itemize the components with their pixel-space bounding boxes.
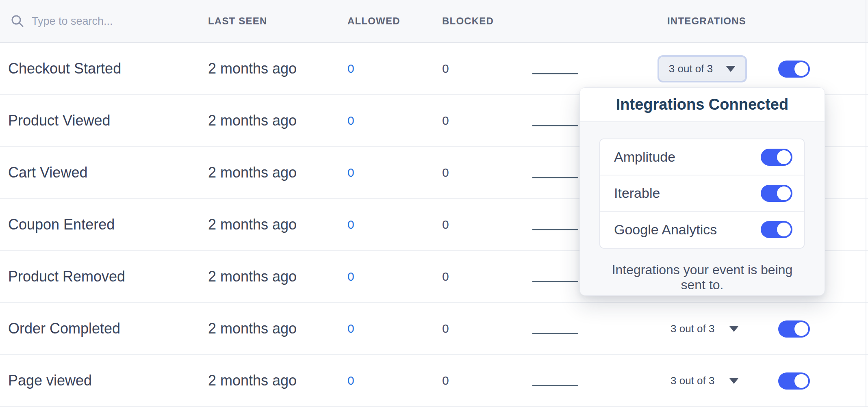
integration-label: Amplitude	[614, 149, 675, 165]
integrations-dropdown[interactable]: 3 out of 3	[658, 55, 747, 82]
volume-dash	[532, 229, 578, 230]
last-seen-value: 2 months ago	[208, 43, 297, 94]
toggle-knob	[777, 150, 791, 164]
allowed-count-link[interactable]: 0	[347, 199, 354, 250]
column-header-integrations: INTEGRATIONS	[667, 0, 746, 42]
last-seen-value: 2 months ago	[208, 251, 297, 302]
blocked-count: 0	[442, 199, 449, 250]
integrations-dropdown-label: 3 out of 3	[669, 63, 713, 75]
column-header-blocked: BLOCKED	[442, 0, 494, 42]
last-seen-value: 2 months ago	[208, 95, 297, 146]
event-name: Checkout Started	[8, 43, 121, 94]
event-toggle[interactable]	[778, 372, 810, 390]
blocked-count: 0	[442, 303, 449, 354]
blocked-count: 0	[442, 147, 449, 198]
search-icon	[11, 14, 24, 28]
table-header: LAST SEEN ALLOWED BLOCKED INTEGRATIONS	[0, 0, 868, 43]
integration-toggle[interactable]	[761, 185, 792, 202]
popover-body: Amplitude Iterable Google Analytics Inte…	[580, 122, 825, 292]
integration-item: Iterable	[600, 175, 804, 212]
integrations-dropdown[interactable]: 3 out of 3	[671, 303, 739, 354]
integration-label: Iterable	[614, 185, 660, 201]
last-seen-value: 2 months ago	[208, 147, 297, 198]
last-seen-value: 2 months ago	[208, 355, 297, 406]
integrations-dropdown[interactable]: 3 out of 3	[671, 355, 739, 406]
event-toggle[interactable]	[778, 61, 810, 78]
toggle-knob	[777, 223, 791, 236]
volume-dash	[532, 333, 578, 334]
popover-title: Integrations Connected	[616, 96, 788, 113]
caret-down-icon	[729, 326, 739, 332]
toggle-knob	[794, 62, 808, 76]
search-input[interactable]	[32, 15, 166, 28]
blocked-count: 0	[442, 355, 449, 406]
last-seen-value: 2 months ago	[208, 199, 297, 250]
table-row: Order Completed 2 months ago 0 0 3 out o…	[0, 303, 868, 355]
allowed-count-link[interactable]: 0	[347, 251, 354, 302]
integration-item: Amplitude	[600, 139, 804, 175]
allowed-count-link[interactable]: 0	[347, 95, 354, 146]
toggle-knob	[794, 322, 808, 336]
column-header-last-seen: LAST SEEN	[208, 0, 267, 42]
allowed-count-link[interactable]: 0	[347, 303, 354, 354]
volume-dash	[532, 125, 578, 126]
popover-caption: Integrations your event is being sent to…	[599, 262, 805, 292]
volume-dash	[532, 177, 578, 178]
event-name: Product Removed	[8, 251, 125, 302]
allowed-count-link[interactable]: 0	[347, 355, 354, 406]
caret-down-icon	[729, 378, 739, 384]
popover-header: Integrations Connected	[580, 88, 825, 122]
last-seen-value: 2 months ago	[208, 303, 297, 354]
volume-dash	[532, 73, 578, 74]
table-right-border	[866, 0, 866, 407]
volume-dash	[532, 385, 578, 386]
event-name: Order Completed	[8, 303, 120, 354]
event-name: Coupon Entered	[8, 199, 115, 250]
blocked-count: 0	[442, 251, 449, 302]
toggle-knob	[777, 186, 791, 200]
integration-card: Amplitude Iterable Google Analytics	[599, 139, 805, 249]
integrations-dropdown-label: 3 out of 3	[671, 375, 714, 387]
integrations-popover: Integrations Connected Amplitude Iterabl…	[579, 87, 825, 296]
allowed-count-link[interactable]: 0	[347, 147, 354, 198]
event-toggle[interactable]	[778, 320, 810, 338]
integration-toggle[interactable]	[761, 149, 792, 166]
blocked-count: 0	[442, 43, 449, 94]
integration-item: Google Analytics	[600, 212, 804, 248]
table-row: Page viewed 2 months ago 0 0 3 out of 3	[0, 355, 868, 407]
event-name: Cart Viewed	[8, 147, 87, 198]
integrations-dropdown-label: 3 out of 3	[671, 323, 714, 335]
allowed-count-link[interactable]: 0	[347, 43, 354, 94]
volume-dash	[532, 281, 578, 282]
search-box[interactable]	[11, 0, 166, 42]
integration-label: Google Analytics	[614, 222, 717, 238]
caret-down-icon	[726, 66, 736, 72]
integration-toggle[interactable]	[761, 221, 792, 238]
blocked-count: 0	[442, 95, 449, 146]
toggle-knob	[794, 374, 808, 388]
event-name: Page viewed	[8, 355, 92, 406]
column-header-allowed: ALLOWED	[347, 0, 400, 42]
event-name: Product Viewed	[8, 95, 111, 146]
